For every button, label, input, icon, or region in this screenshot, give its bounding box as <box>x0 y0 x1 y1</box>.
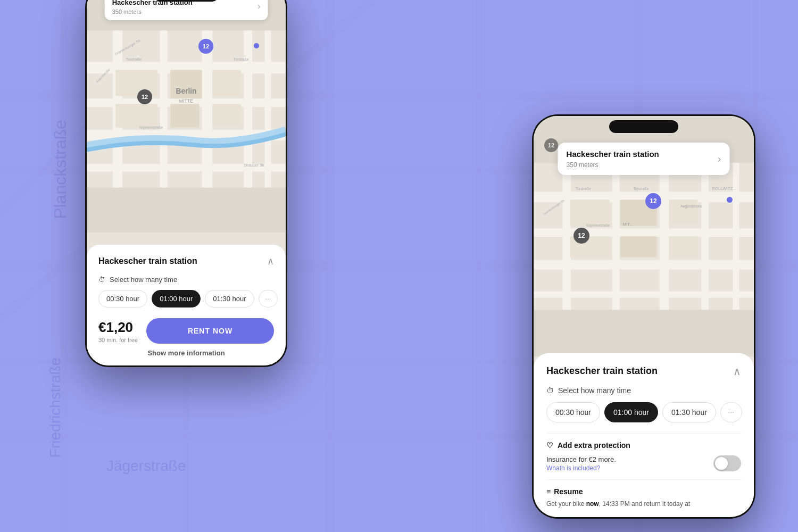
clock-icon-right: ⏱ <box>546 386 554 395</box>
notch-left <box>154 0 218 2</box>
time-btn-100-right[interactable]: 01:00 hour <box>604 402 658 422</box>
map-left: Berlin MITTE Torstraße Torstraße Sophien… <box>87 0 286 232</box>
map-dot-left <box>254 43 259 48</box>
map-left-svg: Berlin MITTE Torstraße Torstraße Sophien… <box>87 0 286 232</box>
station-card-right[interactable]: Hackescher train station 350 meters › <box>558 143 730 175</box>
svg-text:Sophienstraße: Sophienstraße <box>139 126 163 130</box>
svg-rect-28 <box>170 104 199 127</box>
svg-text:MITTE: MITTE <box>179 98 194 104</box>
station-info-left: Hackescher train station 350 meters <box>112 0 193 15</box>
sheet-header-right: Hackescher train station ∧ <box>546 365 741 378</box>
station-info-right: Hackescher train station 350 meters <box>567 149 659 169</box>
svg-rect-50 <box>669 200 697 223</box>
menu-icon-right: ≡ <box>546 487 551 496</box>
station-distance-right: 350 meters <box>567 161 659 169</box>
protection-section-right: ♡ Add extra protection Insurance for €2 … <box>546 441 741 472</box>
divider-1-right <box>546 433 741 434</box>
sheet-title-right: Hackescher train station <box>546 365 658 377</box>
toggle-knob-right <box>715 457 728 470</box>
time-btn-130-left[interactable]: 01:30 hour <box>205 290 254 307</box>
chevron-right-icon-left: › <box>257 2 260 11</box>
price-row-left: €1,20 30 min. for free RENT NOW <box>98 318 274 344</box>
time-btn-030-left[interactable]: 00:30 hour <box>98 290 147 307</box>
svg-rect-45 <box>660 163 669 310</box>
map-pin-purple-left: 12 <box>198 39 213 54</box>
svg-rect-23 <box>265 30 271 187</box>
svg-rect-53 <box>669 236 697 257</box>
clock-icon-left: ⏱ <box>98 276 105 284</box>
price-sub-left: 30 min. for free <box>98 337 138 343</box>
svg-text:Torstraße: Torstraße <box>633 187 649 190</box>
svg-rect-29 <box>212 104 241 124</box>
show-more-left[interactable]: Show more information <box>98 349 274 357</box>
bottom-sheet-left: Hackescher train station ∧ ⏱ Select how … <box>87 245 286 365</box>
map-pin-dark-right: 12 <box>573 228 589 244</box>
map-right: Torstraße Torstraße Sophienstraße Oranie… <box>534 116 754 356</box>
time-btn-more-right[interactable]: ··· <box>720 402 742 422</box>
svg-text:Torstraße: Torstraße <box>576 187 591 190</box>
rent-button-left[interactable]: RENT NOW <box>146 318 274 344</box>
resume-text-right: Get your bike now, 14:33 PM and return i… <box>546 499 741 509</box>
svg-rect-44 <box>612 163 620 310</box>
map-pin-purple-right: 12 <box>645 193 661 209</box>
station-name-right: Hackescher train station <box>567 149 659 160</box>
price-value-left: €1,20 <box>98 319 138 336</box>
sheet-header-left: Hackescher train station ∧ <box>98 255 274 267</box>
price-info-left: €1,20 30 min. for free <box>98 319 138 343</box>
svg-rect-52 <box>620 236 657 257</box>
svg-rect-46 <box>701 163 709 310</box>
svg-text:Berlin: Berlin <box>176 87 196 95</box>
time-btn-030-right[interactable]: 00:30 hour <box>546 402 600 422</box>
phone-right-screen: Torstraße Torstraße Sophienstraße Oranie… <box>534 116 754 517</box>
map-dot-right <box>727 197 733 203</box>
svg-text:Sophienstraße: Sophienstraße <box>586 223 610 228</box>
svg-text:ROLLWITZ...: ROLLWITZ... <box>712 186 736 191</box>
map-pin-small-right: 12 <box>544 138 558 152</box>
svg-rect-47 <box>733 163 739 310</box>
svg-text:Stralauer Str.: Stralauer Str. <box>244 163 265 167</box>
station-card-left[interactable]: Hackescher train station 350 meters › <box>105 0 268 20</box>
svg-rect-25 <box>212 70 241 96</box>
time-btn-more-left[interactable]: ··· <box>259 290 278 307</box>
time-options-right: 00:30 hour 01:00 hour 01:30 hour ··· <box>546 402 741 422</box>
insurance-row-right: Insurance for €2 more. Whath is included… <box>546 455 741 472</box>
station-distance-left: 350 meters <box>112 9 193 15</box>
sheet-title-left: Hackescher train station <box>98 256 197 266</box>
close-icon-left[interactable]: ∧ <box>267 255 274 267</box>
svg-rect-43 <box>562 163 571 310</box>
svg-text:MIT...: MIT... <box>623 222 633 227</box>
resume-header-right: ≡ Resume <box>546 487 741 496</box>
time-options-left: 00:30 hour 01:00 hour 01:30 hour ··· <box>98 290 274 307</box>
bottom-sheet-right: Hackescher train station ∧ ⏱ Select how … <box>534 353 754 517</box>
phone-right: Torstraße Torstraße Sophienstraße Oranie… <box>532 114 755 519</box>
svg-text:Torstraße: Torstraße <box>126 57 142 61</box>
insurance-toggle-right[interactable] <box>713 455 741 471</box>
protection-header-right: ♡ Add extra protection <box>546 441 741 450</box>
phone-left: Berlin MITTE Torstraße Torstraße Sophien… <box>85 0 287 367</box>
svg-text:Auguststraße: Auguststraße <box>680 204 702 209</box>
svg-rect-26 <box>115 70 157 96</box>
svg-rect-48 <box>570 200 610 226</box>
svg-rect-20 <box>160 30 168 187</box>
heart-icon-right: ♡ <box>546 441 553 450</box>
svg-rect-21 <box>202 30 213 187</box>
insurance-text-right: Insurance for €2 more. <box>546 455 616 464</box>
time-btn-100-left[interactable]: 01:00 hour <box>152 290 201 307</box>
time-section-label-right: ⏱ Select how many time <box>546 386 741 395</box>
close-icon-right[interactable]: ∧ <box>733 365 741 378</box>
map-pin-dark-left: 12 <box>137 89 152 104</box>
insurance-info-right: Insurance for €2 more. Whath is included… <box>546 455 616 472</box>
divider-2-right <box>546 479 741 480</box>
time-section-label-left: ⏱ Select how many time <box>98 276 274 284</box>
phone-left-screen: Berlin MITTE Torstraße Torstraße Sophien… <box>87 0 286 365</box>
insurance-link-right[interactable]: Whath is included? <box>546 464 616 472</box>
resume-section-right: ≡ Resume Get your bike now, 14:33 PM and… <box>546 487 741 509</box>
chevron-right-icon-right: › <box>718 153 721 165</box>
time-btn-130-right[interactable]: 01:30 hour <box>662 402 716 422</box>
svg-text:Torstraße: Torstraße <box>234 57 249 61</box>
notch-right <box>609 120 678 133</box>
svg-rect-27 <box>115 104 157 127</box>
